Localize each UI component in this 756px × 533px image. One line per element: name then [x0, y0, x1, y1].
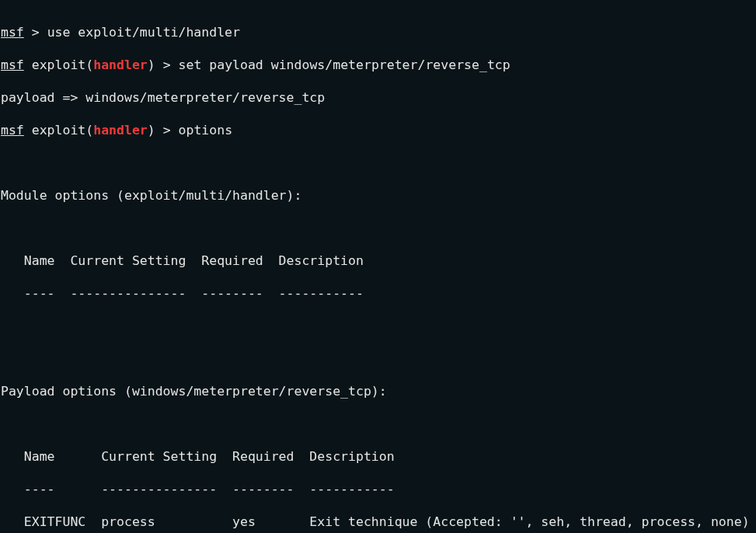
terminal[interactable]: msf > use exploit/multi/handler msf expl… — [0, 0, 756, 533]
module-options-header: Name Current Setting Required Descriptio… — [1, 253, 756, 269]
handler-label: handler — [93, 57, 148, 72]
handler-label: handler — [93, 123, 148, 138]
line-cmd-options: msf exploit(handler) > options — [1, 122, 756, 138]
blank-line — [1, 416, 756, 432]
module-options-title: Module options (exploit/multi/handler): — [1, 187, 756, 204]
cmd-text: use exploit/multi/handler — [47, 25, 240, 40]
blank-line — [1, 318, 756, 334]
blank-line — [1, 220, 756, 236]
blank-line — [1, 155, 756, 171]
payload-options-sep: ---- --------------- -------- ----------… — [1, 481, 756, 497]
line-echo-payload: payload => windows/meterpreter/reverse_t… — [1, 89, 756, 106]
cmd-text: options — [179, 123, 233, 138]
cmd-text: set payload windows/meterpreter/reverse_… — [179, 57, 510, 72]
msf-label: msf — [1, 57, 24, 72]
msf-label: msf — [1, 25, 24, 40]
msf-label: msf — [1, 123, 24, 138]
payload-options-header: Name Current Setting Required Descriptio… — [1, 448, 756, 465]
table-row: EXITFUNC process yes Exit technique (Acc… — [1, 514, 756, 530]
payload-options-title: Payload options (windows/meterpreter/rev… — [1, 383, 756, 399]
line-cmd-use: msf > use exploit/multi/handler — [1, 24, 756, 40]
module-options-sep: ---- --------------- -------- ----------… — [1, 285, 756, 301]
line-cmd-set-payload: msf exploit(handler) > set payload windo… — [1, 57, 756, 73]
blank-line — [1, 350, 756, 367]
